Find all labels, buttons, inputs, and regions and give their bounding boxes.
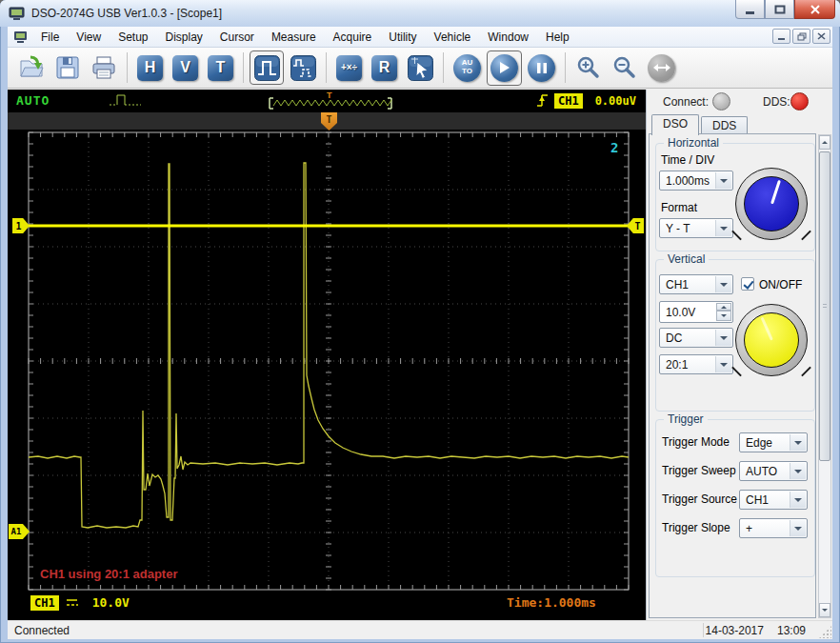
chevron-down-icon[interactable] [715, 276, 731, 292]
rising-edge-icon [536, 92, 550, 109]
trigger-row-value: Edge [746, 436, 772, 450]
trigger-row-value: CH1 [746, 493, 769, 507]
panel-scrollbar[interactable] [818, 134, 831, 618]
chevron-down-icon[interactable] [790, 492, 806, 508]
toolbar-separator [127, 52, 128, 83]
trigger-mode-select[interactable]: Edge [739, 432, 808, 452]
horizontal-setup-button[interactable]: H [137, 55, 163, 81]
menu-item-utility[interactable]: Utility [380, 28, 425, 47]
menu-item-cursor[interactable]: Cursor [211, 28, 263, 47]
volts-div-value: 10.0V [666, 306, 695, 319]
trigger-setup-button[interactable]: T [208, 55, 233, 81]
vertical-setup-button[interactable]: V [172, 55, 198, 81]
trigger-channel-badge: CH1 [554, 93, 583, 109]
toolbar: HVT+×÷RAU TO [8, 48, 832, 89]
vertical-setup-label: V [180, 60, 190, 75]
trigger-row-label: Trigger Mode [662, 435, 730, 449]
chevron-down-icon[interactable] [790, 434, 806, 451]
math-button[interactable]: +×÷ [336, 55, 362, 81]
title-bar: DSO-2074G USB Ver1.0.3 - [Scope1] [0, 0, 840, 27]
pan-button[interactable] [648, 54, 675, 82]
toolbar-separator [565, 52, 566, 83]
reference-button[interactable]: R [371, 55, 397, 81]
trigger-source-select[interactable]: CH1 [739, 490, 808, 510]
zoom-out-button[interactable] [611, 54, 638, 81]
status-bar: Connected 14-03-2017 13:09 [8, 620, 832, 639]
preview-trigger-marker: T [327, 90, 332, 100]
connect-indicator [712, 92, 730, 111]
trigger-level-value: 0.00uV [595, 94, 636, 108]
trigger-pulse-icon [109, 92, 143, 109]
menu-item-view[interactable]: View [68, 28, 110, 47]
format-select[interactable]: Y - T [659, 218, 733, 238]
mdi-minimize-button[interactable] [772, 29, 790, 44]
chevron-down-icon[interactable] [715, 330, 731, 346]
trigger-group-title: Trigger [664, 412, 708, 426]
scope-grid-canvas [8, 90, 646, 620]
play-button[interactable] [490, 54, 518, 82]
chevron-down-icon[interactable] [790, 520, 806, 536]
app-icon [9, 6, 26, 21]
mdi-close-button[interactable] [812, 29, 830, 44]
zoom-in-button[interactable] [575, 54, 602, 81]
open-button[interactable] [18, 54, 45, 81]
volts-div-stepper[interactable]: 10.0V [659, 301, 733, 323]
auto-set-button[interactable]: AU TO [453, 54, 481, 82]
mdi-restore-button[interactable] [792, 29, 810, 44]
horizontal-knob[interactable] [735, 168, 808, 240]
channel-onoff-checkbox[interactable] [741, 277, 754, 291]
chevron-down-icon[interactable] [715, 356, 731, 372]
pause-button[interactable] [528, 54, 555, 82]
horizontal-group-title: Horizontal [664, 136, 723, 150]
menu-item-window[interactable]: Window [479, 28, 537, 47]
toolbar-separator [243, 52, 244, 83]
dual-pulse-button[interactable] [290, 54, 316, 81]
print-button[interactable] [90, 54, 117, 81]
trigger-slope-select[interactable]: + [739, 518, 808, 538]
reference-label: R [379, 60, 390, 75]
minimize-button[interactable] [735, 0, 765, 19]
menu-item-display[interactable]: Display [157, 28, 211, 47]
chevron-down-icon[interactable] [790, 463, 806, 479]
chevron-down-icon[interactable] [715, 220, 731, 236]
tab-dso[interactable]: DSO [651, 114, 699, 135]
menu-item-measure[interactable]: Measure [263, 28, 325, 47]
menu-item-vehicle[interactable]: Vehicle [426, 28, 480, 47]
tab-dds[interactable]: DDS [701, 116, 748, 134]
channel-select[interactable]: CH1 [659, 274, 733, 294]
panel-tabs: DSO DDS [651, 114, 750, 134]
onoff-label: ON/OFF [759, 278, 802, 291]
scroll-up-icon[interactable] [819, 135, 830, 150]
spin-down-icon[interactable] [716, 311, 731, 321]
coupling-select[interactable]: DC [659, 328, 733, 348]
coupling-value: DC [666, 332, 682, 345]
acquisition-mode-label: AUTO [16, 93, 50, 108]
ch1-marker-label: 1 [15, 221, 21, 231]
chevron-down-icon[interactable] [715, 172, 731, 189]
close-button[interactable] [794, 0, 835, 19]
math-label: +×÷ [341, 63, 357, 72]
single-pulse-button[interactable] [253, 54, 280, 81]
format-label: Format [661, 201, 697, 214]
scope-display: AUTO T [8, 90, 646, 620]
trigger-sweep-select[interactable]: AUTO [739, 461, 808, 481]
channel-volts: 10.0V [92, 595, 130, 610]
menu-item-file[interactable]: File [32, 28, 68, 47]
probe-ratio-select[interactable]: 20:1 [659, 354, 733, 374]
vertical-knob[interactable] [735, 304, 808, 376]
maximize-button[interactable] [765, 0, 794, 19]
resize-grip[interactable] [819, 626, 831, 638]
cursor-button[interactable] [407, 54, 433, 81]
menu-item-acquire[interactable]: Acquire [325, 28, 381, 47]
scroll-down-icon[interactable] [819, 603, 830, 617]
spin-up-icon[interactable] [716, 303, 731, 311]
time-div-select[interactable]: 1.000ms [659, 171, 733, 191]
channel-value: CH1 [666, 278, 689, 291]
save-button[interactable] [54, 54, 81, 81]
control-panel: Connect: DDS: DSO DDS Horizontal Time / … [646, 90, 832, 620]
menu-bar: FileViewSetupDisplayCursorMeasureAcquire… [8, 27, 832, 48]
menu-item-setup[interactable]: Setup [110, 28, 156, 47]
waveform-preview-bar[interactable]: T [261, 90, 400, 111]
scrollbar-thumb[interactable] [819, 151, 830, 461]
menu-item-help[interactable]: Help [537, 28, 578, 47]
